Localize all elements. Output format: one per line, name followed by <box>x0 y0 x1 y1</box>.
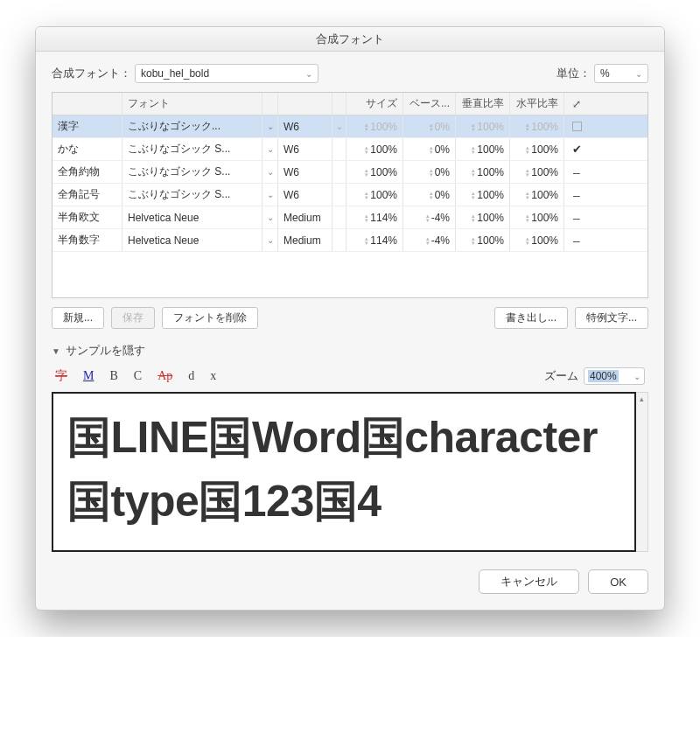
delete-font-button[interactable]: フォントを削除 <box>162 307 258 329</box>
chevron-down-icon: ⌄ <box>305 69 312 79</box>
chevron-down-icon[interactable] <box>332 229 346 251</box>
unit-value: % <box>600 67 610 80</box>
composite-font-value: kobu_hel_bold <box>141 67 209 80</box>
cell-baseline[interactable]: ▴▾-4% <box>403 229 456 251</box>
cell-size[interactable]: ▴▾114% <box>346 229 403 251</box>
glyph-c-icon[interactable]: C <box>134 369 142 383</box>
cell-flag[interactable]: ✔ <box>564 138 589 160</box>
window-title: 合成フォント <box>316 32 384 45</box>
cell-type: 漢字 <box>52 115 122 137</box>
cell-font[interactable]: Helvetica Neue <box>122 229 262 251</box>
composite-font-label: 合成フォント： <box>52 66 131 81</box>
cell-weight[interactable]: W6 <box>278 115 332 137</box>
table-row[interactable]: 全角記号こぶりなゴシック S...⌄W6▴▾100%▴▾0%▴▾100%▴▾10… <box>52 184 648 206</box>
cell-flag[interactable]: – <box>564 229 589 251</box>
cell-font[interactable]: こぶりなゴシック... <box>122 115 262 137</box>
cell-font[interactable]: こぶりなゴシック S... <box>122 184 262 206</box>
chevron-down-icon[interactable]: ⌄ <box>262 161 278 183</box>
unit-label: 単位： <box>556 66 591 81</box>
cell-baseline[interactable]: ▴▾0% <box>403 138 456 160</box>
col-caret2 <box>332 93 346 115</box>
chevron-down-icon: ⌄ <box>634 372 640 381</box>
cell-size[interactable]: ▴▾100% <box>346 161 403 183</box>
cell-flag[interactable]: – <box>564 184 589 206</box>
dialog-window: 合成フォント 合成フォント： kobu_hel_bold ⌄ 単位： % ⌄ フ… <box>35 26 665 611</box>
chevron-down-icon[interactable]: ⌄ <box>262 115 278 137</box>
cell-baseline[interactable]: ▴▾-4% <box>403 206 456 228</box>
cell-font[interactable]: こぶりなゴシック S... <box>122 161 262 183</box>
col-flag[interactable]: ⤢ <box>564 93 589 115</box>
chevron-down-icon[interactable] <box>332 138 346 160</box>
chevron-down-icon[interactable]: ⌄ <box>332 115 346 137</box>
cell-flag[interactable]: – <box>564 161 589 183</box>
cell-size[interactable]: ▴▾100% <box>346 138 403 160</box>
cell-size[interactable]: ▴▾114% <box>346 206 403 228</box>
cell-baseline[interactable]: ▴▾0% <box>403 161 456 183</box>
cell-horizontal[interactable]: ▴▾100% <box>510 115 564 137</box>
composite-font-select[interactable]: kobu_hel_bold ⌄ <box>135 64 318 83</box>
col-font[interactable]: フォント <box>122 93 262 115</box>
chevron-down-icon[interactable] <box>332 206 346 228</box>
col-vertical[interactable]: 垂直比率 <box>456 93 510 115</box>
unit-select[interactable]: % ⌄ <box>594 64 648 83</box>
cell-vertical[interactable]: ▴▾100% <box>456 161 510 183</box>
new-button[interactable]: 新規... <box>52 307 104 329</box>
chevron-down-icon[interactable] <box>332 184 346 206</box>
cell-weight[interactable]: W6 <box>278 184 332 206</box>
cell-weight[interactable]: Medium <box>278 206 332 228</box>
table-row[interactable]: 全角約物こぶりなゴシック S...⌄W6▴▾100%▴▾0%▴▾100%▴▾10… <box>52 161 648 184</box>
scroll-up-icon[interactable]: ▴ <box>640 394 644 403</box>
special-chars-button[interactable]: 特例文字... <box>575 307 648 329</box>
cell-font[interactable]: Helvetica Neue <box>122 206 262 228</box>
preview-area: 国LINE国Word国character国type国123国4 ▴ <box>52 392 648 552</box>
cell-vertical[interactable]: ▴▾100% <box>456 206 510 228</box>
cell-baseline[interactable]: ▴▾0% <box>403 115 456 137</box>
cell-horizontal[interactable]: ▴▾100% <box>510 184 564 206</box>
chevron-down-icon[interactable]: ⌄ <box>262 229 278 251</box>
col-baseline[interactable]: ベース... <box>403 93 456 115</box>
cell-baseline[interactable]: ▴▾0% <box>403 184 456 206</box>
ap-icon[interactable]: Ap <box>158 369 172 383</box>
cell-weight[interactable]: Medium <box>278 229 332 251</box>
cell-horizontal[interactable]: ▴▾100% <box>510 229 564 251</box>
ok-button[interactable]: OK <box>588 569 648 594</box>
col-horizontal[interactable]: 水平比率 <box>510 93 564 115</box>
x-icon[interactable]: x <box>210 369 216 383</box>
cell-horizontal[interactable]: ▴▾100% <box>510 206 564 228</box>
underline-m-icon[interactable]: M <box>83 369 94 383</box>
chevron-down-icon[interactable]: ⌄ <box>262 184 278 206</box>
export-button[interactable]: 書き出し... <box>494 307 568 329</box>
col-weight[interactable] <box>278 93 332 115</box>
cell-weight[interactable]: W6 <box>278 161 332 183</box>
col-size[interactable]: サイズ <box>346 93 403 115</box>
cell-vertical[interactable]: ▴▾100% <box>456 115 510 137</box>
cell-horizontal[interactable]: ▴▾100% <box>510 138 564 160</box>
table-row[interactable]: 半角数字Helvetica Neue⌄Medium▴▾114%▴▾-4%▴▾10… <box>52 229 648 252</box>
table-row[interactable]: 半角欧文Helvetica Neue⌄Medium▴▾114%▴▾-4%▴▾10… <box>52 206 648 229</box>
chevron-down-icon[interactable] <box>332 161 346 183</box>
chevron-down-icon[interactable]: ⌄ <box>262 138 278 160</box>
zoom-select[interactable]: 400% ⌄ <box>584 367 645 385</box>
cell-horizontal[interactable]: ▴▾100% <box>510 161 564 183</box>
table-row[interactable]: 漢字こぶりなゴシック...⌄W6⌄▴▾100%▴▾0%▴▾100%▴▾100% <box>52 115 648 138</box>
cell-size[interactable]: ▴▾100% <box>346 115 403 137</box>
cell-type: 半角欧文 <box>52 206 122 228</box>
cell-vertical[interactable]: ▴▾100% <box>456 184 510 206</box>
baseline-b-icon[interactable]: B <box>109 369 117 383</box>
cancel-button[interactable]: キャンセル <box>479 569 579 594</box>
sample-disclosure[interactable]: ▼ サンプルを隠す <box>52 343 648 359</box>
cell-flag[interactable] <box>564 115 589 137</box>
chevron-down-icon[interactable]: ⌄ <box>262 206 278 228</box>
cell-flag[interactable]: – <box>564 206 589 228</box>
d-icon[interactable]: d <box>188 369 194 383</box>
cell-vertical[interactable]: ▴▾100% <box>456 229 510 251</box>
strikethrough-icon[interactable]: 字 <box>55 368 67 384</box>
preview-scrollbar[interactable]: ▴ <box>636 392 648 552</box>
table-row[interactable]: かなこぶりなゴシック S...⌄W6▴▾100%▴▾0%▴▾100%▴▾100%… <box>52 138 648 161</box>
cell-font[interactable]: こぶりなゴシック S... <box>122 138 262 160</box>
cell-weight[interactable]: W6 <box>278 138 332 160</box>
disclosure-label: サンプルを隠す <box>66 343 145 359</box>
cell-size[interactable]: ▴▾100% <box>346 184 403 206</box>
cell-vertical[interactable]: ▴▾100% <box>456 138 510 160</box>
col-type[interactable] <box>52 93 122 115</box>
